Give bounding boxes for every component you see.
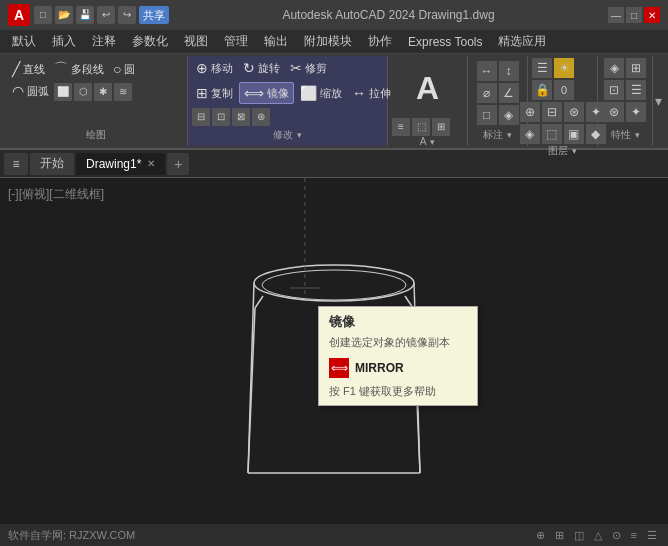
- menu-item-7[interactable]: 附加模块: [296, 31, 360, 52]
- dim-tool-2[interactable]: ↕: [499, 61, 519, 81]
- prop-tool-5[interactable]: ⊛: [604, 102, 624, 122]
- draw-tool-1[interactable]: ⬜: [54, 83, 72, 101]
- status-icon-2[interactable]: ⊞: [552, 529, 567, 542]
- layer-tool-4[interactable]: ⊕: [520, 102, 540, 122]
- circle-label: 圆: [124, 62, 135, 77]
- drawing1-tab[interactable]: Drawing1* ✕: [76, 153, 165, 175]
- draw-tool-2[interactable]: ⬡: [74, 83, 92, 101]
- dim-tool-3[interactable]: ⌀: [477, 83, 497, 103]
- layer-tool-2[interactable]: ☀: [554, 58, 574, 78]
- arc-label: 圆弧: [27, 84, 49, 99]
- circle-btn[interactable]: ○ 圆: [109, 59, 139, 79]
- arc-btn[interactable]: ◠ 圆弧: [8, 81, 53, 101]
- redo-btn[interactable]: ↪: [118, 6, 136, 24]
- menu-item-2[interactable]: 注释: [84, 31, 124, 52]
- rotate-btn[interactable]: ↻ 旋转: [239, 58, 284, 78]
- move-btn[interactable]: ⊕ 移动: [192, 58, 237, 78]
- close-btn[interactable]: ✕: [644, 7, 660, 23]
- menu-item-5[interactable]: 管理: [216, 31, 256, 52]
- layer-tool-3[interactable]: 🔒: [532, 80, 552, 100]
- prop-tool-6[interactable]: ✦: [626, 102, 646, 122]
- copy-btn[interactable]: ⊞ 复制: [192, 83, 237, 103]
- layer-tool-8[interactable]: ◈: [520, 124, 540, 144]
- dim-tool-5[interactable]: □: [477, 105, 497, 125]
- text-icon: A: [416, 72, 439, 104]
- maximize-btn[interactable]: □: [626, 7, 642, 23]
- menu-item-4[interactable]: 视图: [176, 31, 216, 52]
- ann-tool-2[interactable]: ⬚: [412, 118, 430, 136]
- annotation-arrow[interactable]: ▾: [507, 130, 512, 140]
- ribbon-right-btn[interactable]: ▾: [653, 56, 664, 146]
- status-icon-5[interactable]: ⊙: [609, 529, 624, 542]
- new-btn[interactable]: □: [34, 6, 52, 24]
- status-icon-1[interactable]: ⊕: [533, 529, 548, 542]
- add-tab-btn[interactable]: +: [167, 153, 189, 175]
- app-icon[interactable]: A: [8, 4, 30, 26]
- menu-item-3[interactable]: 参数化: [124, 31, 176, 52]
- properties-group-label: 特性 ▾: [602, 128, 648, 144]
- tabs-hamburger[interactable]: ≡: [4, 153, 28, 175]
- scale-label: 缩放: [320, 86, 342, 101]
- layer-tool-5[interactable]: ⊟: [542, 102, 562, 122]
- status-icon-6[interactable]: ≡: [628, 529, 640, 542]
- status-bar: 软件自学网: RJZXW.COM ⊕ ⊞ ◫ △ ⊙ ≡ ☰: [0, 524, 668, 546]
- menu-item-6[interactable]: 输出: [256, 31, 296, 52]
- polyline-btn[interactable]: ⌒ 多段线: [50, 58, 108, 80]
- rotate-icon: ↻: [243, 60, 255, 76]
- menu-item-8[interactable]: 协作: [360, 31, 400, 52]
- text-group-arrow[interactable]: ▾: [430, 137, 435, 147]
- trim-btn[interactable]: ✂ 修剪: [286, 58, 331, 78]
- open-btn[interactable]: 📂: [55, 6, 73, 24]
- draw-tool-3[interactable]: ✱: [94, 83, 112, 101]
- mod-tool-4[interactable]: ⊛: [252, 108, 270, 126]
- properties-arrow[interactable]: ▾: [635, 130, 640, 140]
- move-icon: ⊕: [196, 60, 208, 76]
- menu-item-9[interactable]: Express Tools: [400, 33, 490, 51]
- layer-tool-9[interactable]: ⬚: [542, 124, 562, 144]
- dim-tool-1[interactable]: ↔: [477, 61, 497, 81]
- menu-item-0[interactable]: 默认: [4, 31, 44, 52]
- ann-tool-3[interactable]: ⊞: [432, 118, 450, 136]
- text-group: A A ≡ ⬚ ⊞ A ▾: [388, 56, 468, 146]
- layer-group-label: 图层 ▾: [532, 144, 593, 160]
- drawing1-tab-close[interactable]: ✕: [147, 158, 155, 169]
- prop-tool-4[interactable]: ☰: [626, 80, 646, 100]
- save-btn[interactable]: 💾: [76, 6, 94, 24]
- layer-group-arrow[interactable]: ▾: [572, 146, 577, 156]
- start-tab[interactable]: 开始: [30, 153, 74, 175]
- status-icon-7[interactable]: ☰: [644, 529, 660, 542]
- modify-group: ⊕ 移动 ↻ 旋转 ✂ 修剪 ⊞ 复制: [188, 56, 388, 146]
- svg-line-5: [255, 296, 263, 308]
- layer-group: ☰ ☀ 🔒 0 ⊕ ⊟ ⊛ ✦ ◈ ⬚ ▣ ◆: [528, 56, 598, 146]
- menu-item-10[interactable]: 精选应用: [490, 31, 554, 52]
- prop-tool-2[interactable]: ⊞: [626, 58, 646, 78]
- draw-tool-4[interactable]: ≋: [114, 83, 132, 101]
- title-bar-left: A □ 📂 💾 ↩ ↪ 共享: [8, 4, 169, 26]
- line-btn[interactable]: ╱ 直线: [8, 59, 49, 79]
- ribbon: ╱ 直线 ⌒ 多段线 ○ 圆 ◠ 圆弧 ⬜ ⬡: [0, 54, 668, 150]
- status-icon-3[interactable]: ◫: [571, 529, 587, 542]
- ann-tool-1[interactable]: ≡: [392, 118, 410, 136]
- scale-btn[interactable]: ⬜ 缩放: [296, 83, 346, 103]
- modify-group-label: 修改 ▾: [192, 128, 383, 144]
- mod-tool-3[interactable]: ⊠: [232, 108, 250, 126]
- share-btn[interactable]: 共享: [139, 6, 169, 24]
- ribbon-collapse-icon[interactable]: ▾: [655, 93, 662, 109]
- text-big-btn[interactable]: A A: [406, 58, 450, 118]
- arc-icon: ◠: [12, 83, 24, 99]
- dim-tool-6[interactable]: ◈: [499, 105, 519, 125]
- dim-tool-4[interactable]: ∠: [499, 83, 519, 103]
- mod-tool-2[interactable]: ⊡: [212, 108, 230, 126]
- prop-tool-1[interactable]: ◈: [604, 58, 624, 78]
- layer-tool-1[interactable]: ☰: [532, 58, 552, 78]
- status-icon-4[interactable]: △: [591, 529, 605, 542]
- modify-group-arrow[interactable]: ▾: [297, 130, 302, 140]
- menu-item-1[interactable]: 插入: [44, 31, 84, 52]
- layer-tool-6[interactable]: ⊛: [564, 102, 584, 122]
- layer-tool-10[interactable]: ▣: [564, 124, 584, 144]
- minimize-btn[interactable]: —: [608, 7, 624, 23]
- mod-tool-1[interactable]: ⊟: [192, 108, 210, 126]
- undo-btn[interactable]: ↩: [97, 6, 115, 24]
- mirror-btn[interactable]: ⟺ 镜像: [239, 82, 294, 104]
- prop-tool-3[interactable]: ⊡: [604, 80, 624, 100]
